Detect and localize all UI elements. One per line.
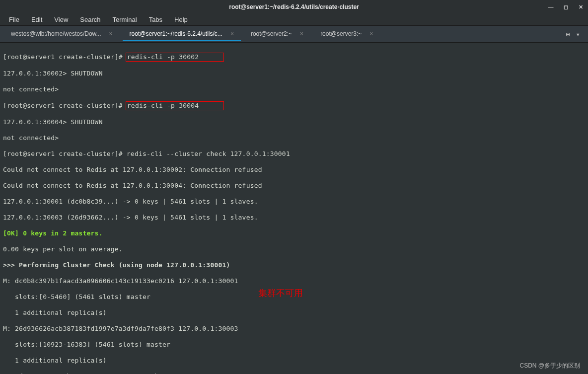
menu-file[interactable]: File: [4, 15, 24, 24]
menu-tabs[interactable]: Tabs: [144, 15, 167, 24]
menu-edit[interactable]: Edit: [26, 15, 47, 24]
tab-label: root@server3:~: [320, 30, 362, 37]
terminal-line: 0.00 keys per slot on average.: [3, 245, 585, 253]
menu-search[interactable]: Search: [75, 15, 105, 24]
tab-3[interactable]: root@server2:~ ×: [244, 27, 310, 41]
menu-terminal[interactable]: Terminal: [108, 15, 142, 24]
terminal-line: 1 additional replica(s): [3, 309, 585, 317]
window-titlebar: root@server1:~/redis-6.2.4/utils/create-…: [0, 0, 588, 14]
terminal-line: not connected>: [3, 85, 585, 93]
tab-1[interactable]: westos@wlb:/home/westos/Dow... ×: [4, 27, 120, 41]
prompt: [root@server1 create-cluster]#: [3, 53, 127, 61]
menubar: File Edit View Search Terminal Tabs Help: [0, 14, 588, 26]
tab-close-icon[interactable]: ×: [109, 30, 113, 37]
terminal-line: Could not connect to Redis at 127.0.0.1:…: [3, 166, 585, 174]
highlight-box: redis-cli -p 30004: [126, 101, 224, 110]
terminal-line: 1 additional replica(s): [3, 357, 585, 365]
tab-dropdown-icon[interactable]: ▾: [576, 30, 580, 38]
terminal-line: not connected>: [3, 134, 585, 142]
minimize-button[interactable]: —: [547, 3, 554, 10]
command: redis-cli -p 30002: [127, 53, 199, 61]
menu-help[interactable]: Help: [169, 15, 193, 24]
terminal-line: M: dc0b8c397b1faacd3a096606c143c19133ec0…: [3, 277, 585, 285]
prompt: [root@server1 create-cluster]#: [3, 102, 127, 109]
window-controls: — ◻ ✕: [547, 3, 584, 10]
tab-4[interactable]: root@server3:~ ×: [313, 27, 380, 41]
maximize-button[interactable]: ◻: [562, 3, 569, 10]
tab-close-icon[interactable]: ×: [369, 30, 373, 37]
tab-2[interactable]: root@server1:~/redis-6.2.4/utils/c... ×: [123, 27, 241, 41]
terminal-line: Could not connect to Redis at 127.0.0.1:…: [3, 182, 585, 190]
command: redis-cli -p 30004: [127, 102, 199, 109]
close-button[interactable]: ✕: [577, 3, 584, 10]
tab-label: root@server2:~: [251, 30, 292, 37]
menu-view[interactable]: View: [49, 15, 73, 24]
terminal-line: M: 26d936626acb387183fd1997e7a3df9da7fe8…: [3, 325, 585, 333]
terminal-line-ok: [OK] 0 keys in 2 masters.: [3, 229, 585, 237]
terminal-line: 127.0.0.1:30003 (26d93662...) -> 0 keys …: [3, 214, 585, 222]
terminal-line: [root@server1 create-cluster]# redis-cli…: [3, 150, 585, 158]
terminal-output[interactable]: [root@server1 create-cluster]# redis-cli…: [0, 43, 588, 374]
tab-label: root@server1:~/redis-6.2.4/utils/c...: [130, 30, 222, 37]
new-tab-icon[interactable]: ⊞: [566, 30, 570, 38]
terminal-line: 127.0.0.1:30004> SHUTDOWN: [3, 118, 585, 126]
annotation-text: 集群不可用: [258, 287, 303, 299]
terminal-line: slots:[10923-16383] (5461 slots) master: [3, 341, 585, 349]
tab-close-icon[interactable]: ×: [300, 30, 303, 37]
tabbar: westos@wlb:/home/westos/Dow... × root@se…: [0, 26, 588, 43]
terminal-line: 127.0.0.1:30001 (dc0b8c39...) -> 0 keys …: [3, 198, 585, 206]
terminal-line: >>> Performing Cluster Check (using node…: [3, 261, 585, 269]
terminal-line: 127.0.0.1:30002> SHUTDOWN: [3, 70, 585, 77]
highlight-box: redis-cli -p 30002: [126, 53, 224, 62]
tab-close-icon[interactable]: ×: [230, 30, 234, 37]
tab-label: westos@wlb:/home/westos/Dow...: [11, 30, 101, 37]
window-title: root@server1:~/redis-6.2.4/utils/create-…: [229, 3, 359, 10]
watermark: CSDN @多于少的区别: [519, 362, 580, 370]
